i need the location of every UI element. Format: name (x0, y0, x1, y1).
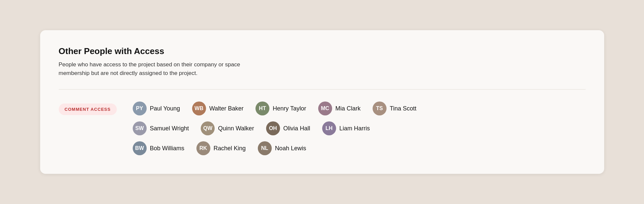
people-row-2: BWBob WilliamsRKRachel KingNLNoah Lewis (133, 141, 417, 155)
person-name-quinn: Quinn Walker (218, 125, 254, 132)
section-description: People who have access to the project ba… (59, 60, 271, 77)
person-bob: BWBob Williams (133, 141, 184, 155)
avatar-henry: HT (255, 102, 269, 115)
person-name-liam: Liam Harris (339, 125, 370, 132)
person-rachel: RKRachel King (196, 141, 246, 155)
avatar-paul: PY (133, 102, 147, 115)
person-noah: NLNoah Lewis (258, 141, 306, 155)
person-tina: TSTina Scott (373, 102, 416, 115)
divider (59, 89, 586, 90)
section-title: Other People with Access (59, 46, 586, 56)
person-name-mia: Mia Clark (335, 105, 361, 112)
person-liam: LHLiam Harris (322, 121, 370, 135)
person-name-paul: Paul Young (150, 105, 180, 112)
person-name-henry: Henry Taylor (273, 105, 306, 112)
people-row-0: PYPaul YoungWBWalter BakerHTHenry Taylor… (133, 102, 417, 115)
person-walter: WBWalter Baker (192, 102, 244, 115)
people-row-1: SWSamuel WrightQWQuinn WalkerOHOlivia Ha… (133, 121, 417, 135)
access-section: COMMENT ACCESS PYPaul YoungWBWalter Bake… (59, 102, 586, 155)
person-samuel: SWSamuel Wright (133, 121, 189, 135)
person-name-olivia: Olivia Hall (283, 125, 310, 132)
person-henry: HTHenry Taylor (255, 102, 306, 115)
avatar-tina: TS (373, 102, 387, 115)
avatar-noah: NL (258, 141, 272, 155)
person-name-walter: Walter Baker (209, 105, 244, 112)
people-grid: PYPaul YoungWBWalter BakerHTHenry Taylor… (133, 102, 417, 155)
person-name-rachel: Rachel King (214, 145, 246, 152)
avatar-liam: LH (322, 121, 336, 135)
avatar-samuel: SW (133, 121, 147, 135)
person-name-bob: Bob Williams (150, 145, 184, 152)
person-quinn: QWQuinn Walker (201, 121, 254, 135)
avatar-bob: BW (133, 141, 147, 155)
avatar-quinn: QW (201, 121, 215, 135)
person-paul: PYPaul Young (133, 102, 180, 115)
avatar-rachel: RK (196, 141, 210, 155)
person-name-noah: Noah Lewis (275, 145, 306, 152)
avatar-walter: WB (192, 102, 206, 115)
avatar-olivia: OH (266, 121, 280, 135)
person-name-tina: Tina Scott (390, 105, 416, 112)
avatar-mia: MC (318, 102, 332, 115)
person-name-samuel: Samuel Wright (150, 125, 189, 132)
person-mia: MCMia Clark (318, 102, 361, 115)
main-card: Other People with Access People who have… (40, 30, 604, 174)
person-olivia: OHOlivia Hall (266, 121, 310, 135)
comment-access-badge: COMMENT ACCESS (59, 103, 117, 115)
